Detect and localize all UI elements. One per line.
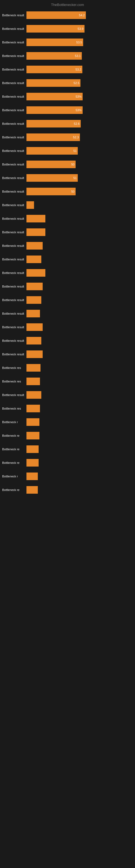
- bar-wrapper: [27, 269, 133, 277]
- bar-fill: 53%: [27, 106, 83, 114]
- bar-value: 54.2: [79, 13, 85, 17]
- bar-fill: [27, 255, 41, 263]
- bar-wrapper: [27, 432, 133, 439]
- bar-fill: 53.9: [27, 25, 85, 33]
- bar-label: Bottleneck result: [2, 312, 27, 315]
- bar-fill: [27, 269, 45, 277]
- bar-row: Bottleneck result: [2, 214, 133, 224]
- bar-fill: 52.6: [27, 120, 81, 127]
- bar-row: Bottleneck result: [2, 254, 133, 265]
- bar-label: Bottleneck result: [2, 41, 27, 44]
- bar-row: Bottleneck re: [2, 485, 133, 495]
- bar-value: 53%: [76, 95, 82, 98]
- bar-label: Bottleneck re: [2, 461, 27, 464]
- bar-label: Bottleneck result: [2, 285, 27, 288]
- bar-wrapper: [27, 255, 133, 263]
- bar-fill: 52.5: [27, 79, 81, 87]
- bar-row: Bottleneck result53.9: [2, 24, 133, 34]
- bar-wrapper: [27, 364, 133, 372]
- bar-label: Bottleneck result: [2, 68, 27, 71]
- bar-row: Bottleneck re: [2, 431, 133, 441]
- bar-label: Bottleneck result: [2, 258, 27, 261]
- bar-row: Bottleneck result: [2, 336, 133, 346]
- bar-fill: [27, 310, 40, 317]
- bar-fill: [27, 432, 39, 439]
- bar-wrapper: [27, 418, 133, 426]
- bar-fill: [27, 323, 43, 331]
- bar-row: Bottleneck result: [2, 295, 133, 305]
- bar-fill: [27, 215, 45, 222]
- site-title: TheBottlenecker.com: [51, 3, 84, 7]
- bar-wrapper: [27, 445, 133, 453]
- bar-row: Bottleneck r: [2, 417, 133, 427]
- bar-wrapper: 52.5: [27, 79, 133, 87]
- bar-row: Bottleneck result: [2, 227, 133, 237]
- bar-row: Bottleneck result: [2, 308, 133, 319]
- bar-label: Bottleneck result: [2, 149, 27, 152]
- bar-label: Bottleneck result: [2, 108, 27, 112]
- bar-fill: [27, 242, 43, 250]
- bar-row: Bottleneck result53.2: [2, 64, 133, 74]
- bar-fill: 53%: [27, 93, 83, 100]
- bar-wrapper: 53.2: [27, 66, 133, 73]
- bar-fill: [27, 283, 43, 290]
- bar-label: Bottleneck res: [2, 407, 27, 410]
- bar-label: Bottleneck result: [2, 27, 27, 30]
- bar-wrapper: 50: [27, 161, 133, 168]
- bar-row: Bottleneck result52.6: [2, 119, 133, 129]
- bar-fill: [27, 418, 39, 426]
- bar-wrapper: 50: [27, 188, 133, 195]
- bar-wrapper: [27, 378, 133, 385]
- bar-row: Bottleneck result: [2, 241, 133, 251]
- bar-wrapper: 53%: [27, 93, 133, 100]
- bar-wrapper: [27, 472, 133, 480]
- chart-container: Bottleneck result54.2Bottleneck result53…: [0, 8, 135, 499]
- bar-value: 53.1: [75, 54, 81, 58]
- bar-label: Bottleneck result: [2, 352, 27, 356]
- bar-row: Bottleneck result53.1: [2, 51, 133, 61]
- bar-label: Bottleneck result: [2, 13, 27, 17]
- bar-row: Bottleneck result50: [2, 159, 133, 169]
- bar-value: 50: [71, 163, 75, 166]
- bar-wrapper: 51: [27, 174, 133, 182]
- page-header: TheBottlenecker.com: [0, 0, 135, 8]
- bar-row: Bottleneck re: [2, 458, 133, 468]
- bar-label: Bottleneck result: [2, 230, 27, 234]
- bar-fill: [27, 228, 45, 236]
- bar-value: 53.9: [78, 27, 83, 30]
- bar-value: 53.5: [77, 41, 82, 44]
- bar-row: Bottleneck res: [2, 376, 133, 386]
- bar-value: 51: [74, 149, 77, 152]
- bar-fill: [27, 391, 41, 399]
- bar-fill: [27, 405, 40, 412]
- bar-wrapper: 51: [27, 147, 133, 155]
- bar-fill: 53.1: [27, 52, 82, 60]
- bar-label: Bottleneck result: [2, 271, 27, 275]
- bar-fill: [27, 445, 39, 453]
- bar-label: Bottleneck result: [2, 190, 27, 193]
- bar-label: Bottleneck re: [2, 434, 27, 437]
- bar-label: Bottleneck result: [2, 135, 27, 139]
- bar-label: Bottleneck res: [2, 366, 27, 369]
- bar-wrapper: [27, 391, 133, 399]
- bar-fill: [27, 378, 40, 385]
- bar-fill: [27, 296, 41, 304]
- bar-fill: [27, 472, 38, 480]
- bar-fill: 51: [27, 174, 78, 182]
- bar-row: Bottleneck result: [2, 268, 133, 278]
- bar-wrapper: 53.5: [27, 38, 133, 46]
- bar-row: Bottleneck result52.5: [2, 78, 133, 88]
- bar-wrapper: [27, 350, 133, 358]
- bar-row: Bottleneck result51: [2, 173, 133, 183]
- bar-label: Bottleneck r: [2, 421, 27, 424]
- bar-row: Bottleneck result54.2: [2, 10, 133, 20]
- bar-wrapper: 52.6: [27, 120, 133, 127]
- bar-wrapper: [27, 337, 133, 344]
- bar-label: Bottleneck re: [2, 488, 27, 492]
- bar-wrapper: 53.1: [27, 52, 133, 60]
- bar-wrapper: 52.3: [27, 133, 133, 141]
- bar-label: Bottleneck res: [2, 380, 27, 383]
- bar-label: Bottleneck result: [2, 54, 27, 58]
- bar-row: Bottleneck re: [2, 444, 133, 454]
- bar-label: Bottleneck result: [2, 82, 27, 85]
